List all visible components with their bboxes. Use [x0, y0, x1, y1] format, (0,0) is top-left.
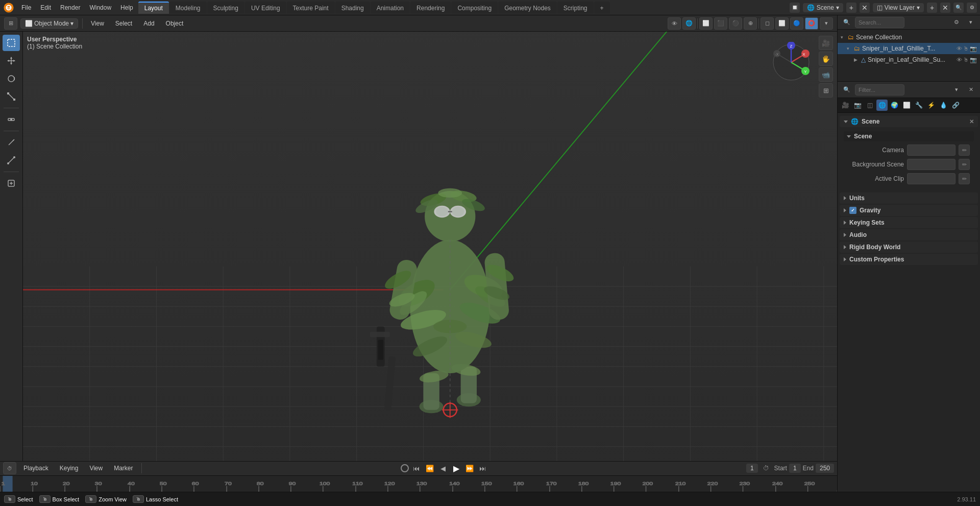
bg-scene-field[interactable] — [907, 159, 955, 170]
rotate-tool[interactable] — [3, 70, 20, 87]
marker-menu[interactable]: Marker — [110, 463, 137, 473]
viewport-shading-btn[interactable]: 🌐 — [682, 17, 696, 30]
camera-edit-btn[interactable]: ✏ — [959, 144, 970, 156]
start-frame-display[interactable]: 1 — [789, 464, 801, 473]
object-menu-btn[interactable]: Object — [162, 18, 188, 29]
transform-tool[interactable] — [3, 111, 20, 128]
props-physics-tab[interactable]: 💧 — [938, 100, 949, 111]
active-clip-edit-btn[interactable]: ✏ — [959, 173, 970, 184]
scene-data-header[interactable]: Scene — [844, 131, 974, 141]
oi-render[interactable]: 📷 — [970, 45, 977, 52]
jump-end-btn[interactable]: ⏭ — [477, 463, 488, 474]
current-frame-display[interactable]: 1 — [746, 464, 758, 473]
menu-window[interactable]: Window — [85, 3, 115, 13]
viewport-xray[interactable]: ⬛ — [714, 17, 727, 30]
add-menu-btn[interactable]: Add — [139, 18, 158, 29]
oi-visibility[interactable]: 👁 — [957, 45, 962, 52]
cursor-tool[interactable] — [3, 35, 20, 51]
shading-material[interactable]: 🔵 — [790, 17, 803, 30]
tab-uv-editing[interactable]: UV Editing — [245, 2, 286, 14]
tab-texture-paint[interactable]: Texture Paint — [287, 2, 335, 14]
outliner-filter-btn[interactable]: 🔍 — [841, 16, 853, 29]
tab-shading[interactable]: Shading — [335, 2, 370, 14]
menu-file[interactable]: File — [17, 3, 35, 13]
oi-render2[interactable]: 📷 — [970, 57, 977, 63]
outliner-expand-btn[interactable]: ▾ — [965, 16, 977, 29]
units-section-header[interactable]: Units — [840, 192, 978, 204]
outliner-search[interactable] — [855, 17, 904, 28]
render-preview-btn[interactable]: 📹 — [819, 67, 833, 82]
props-constraints-tab[interactable]: 🔗 — [950, 100, 961, 111]
move-tool[interactable] — [3, 53, 20, 69]
timeline-header-toggle[interactable]: ⏱ — [3, 462, 16, 474]
props-scene-tab[interactable]: 🌐 — [876, 100, 888, 111]
camera-field[interactable] — [907, 144, 955, 156]
outliner-item-sniper-mesh[interactable]: ▶ △ Sniper_in_Leaf_Ghillie_Su... 👁 🖱 📷 — [838, 54, 980, 65]
tab-sculpting[interactable]: Sculpting — [207, 2, 244, 14]
shading-options[interactable]: ▾ — [820, 17, 833, 30]
view-layer-selector[interactable]: ◫ View Layer ▾ — [873, 3, 924, 12]
viewport-display-type[interactable]: 👁 — [668, 17, 681, 30]
tab-rendering[interactable]: Rendering — [410, 2, 451, 14]
view-layer-add-icon[interactable]: + — [927, 3, 937, 13]
tab-modeling[interactable]: Modeling — [169, 2, 207, 14]
search-icon[interactable]: 🔍 — [953, 3, 964, 13]
scene-selector[interactable]: 🌐 Scene ▾ — [803, 3, 843, 12]
viewport-capture-btn[interactable]: ⊞ — [819, 83, 833, 98]
add-object-tool[interactable] — [3, 175, 20, 191]
shading-wireframe[interactable]: ◻ — [761, 17, 774, 30]
view-menu-btn[interactable]: View — [87, 18, 108, 29]
measure-tool[interactable] — [3, 152, 20, 168]
props-particles-tab[interactable]: ⚡ — [925, 100, 937, 111]
timeline-ruler[interactable]: 1 10 20 30 40 50 — [0, 476, 837, 492]
props-object-tab[interactable]: ⬜ — [901, 100, 912, 111]
engine-selector-icon[interactable]: 🔲 — [790, 3, 800, 13]
viewport-3d[interactable]: User Perspective (1) Scene Collection X — [23, 32, 837, 461]
outliner-filter2-btn[interactable]: ⚙ — [950, 16, 963, 29]
tab-geometry-nodes[interactable]: Geometry Nodes — [498, 2, 557, 14]
props-world-tab[interactable]: 🌍 — [889, 100, 900, 111]
scene-remove-icon[interactable]: ✕ — [860, 3, 870, 13]
props-search-btn[interactable]: 🔍 — [841, 84, 853, 96]
viewport-gizmo[interactable]: ⊕ — [744, 17, 757, 30]
props-output-tab[interactable]: 📷 — [852, 100, 863, 111]
jump-next-keyframe[interactable]: ⏩ — [464, 463, 475, 474]
shading-solid[interactable]: ⬜ — [775, 17, 789, 30]
scene-section-header[interactable]: 🌐 Scene ✕ — [840, 116, 978, 127]
gravity-section-header[interactable]: ✓ Gravity — [840, 205, 978, 216]
jump-prev-keyframe[interactable]: ⏪ — [424, 463, 435, 474]
keying-sets-header[interactable]: Keying Sets — [840, 217, 978, 228]
audio-section-header[interactable]: Audio — [840, 229, 978, 240]
menu-edit[interactable]: Edit — [36, 3, 55, 13]
props-viewlayer-tab[interactable]: ◫ — [864, 100, 875, 111]
props-modifier-tab[interactable]: 🔧 — [913, 100, 924, 111]
outliner-item-scene-collection[interactable]: ▾ 🗂 Scene Collection — [838, 32, 980, 43]
keying-menu[interactable]: Keying — [56, 463, 83, 473]
props-search-input[interactable] — [855, 84, 904, 95]
view-layer-remove-icon[interactable]: ✕ — [940, 3, 950, 13]
tab-add-workspace[interactable]: + — [594, 2, 610, 14]
left-toolbar-toggle[interactable]: ⊞ — [4, 17, 17, 30]
oi-select[interactable]: 🖱 — [963, 45, 969, 52]
tab-scripting[interactable]: Scripting — [557, 2, 594, 14]
custom-props-header[interactable]: Custom Properties — [840, 254, 978, 265]
props-collapse-btn[interactable]: ▾ — [950, 84, 963, 96]
scene-section-close[interactable]: ✕ — [969, 118, 974, 125]
tab-compositing[interactable]: Compositing — [451, 2, 498, 14]
end-frame-display[interactable]: 250 — [816, 464, 834, 473]
jump-start-btn[interactable]: ⏮ — [411, 463, 422, 474]
play-reverse-btn[interactable]: ◀ — [437, 463, 449, 474]
tab-layout[interactable]: Layout — [138, 2, 169, 14]
gravity-checkbox[interactable]: ✓ — [849, 207, 856, 214]
rigid-body-header[interactable]: Rigid Body World — [840, 242, 978, 253]
menu-render[interactable]: Render — [56, 3, 84, 13]
viewport-solid[interactable]: ⬜ — [699, 17, 713, 30]
view-menu-timeline[interactable]: View — [85, 463, 107, 473]
prefs-icon[interactable]: ⚙ — [967, 3, 977, 13]
tab-animation[interactable]: Animation — [371, 2, 410, 14]
scale-tool[interactable] — [3, 88, 20, 105]
menu-help[interactable]: Help — [116, 3, 137, 13]
frame-rate-icon[interactable]: ⏱ — [761, 463, 771, 473]
select-menu-btn[interactable]: Select — [111, 18, 136, 29]
view-camera-btn[interactable]: 🎥 — [819, 36, 833, 50]
